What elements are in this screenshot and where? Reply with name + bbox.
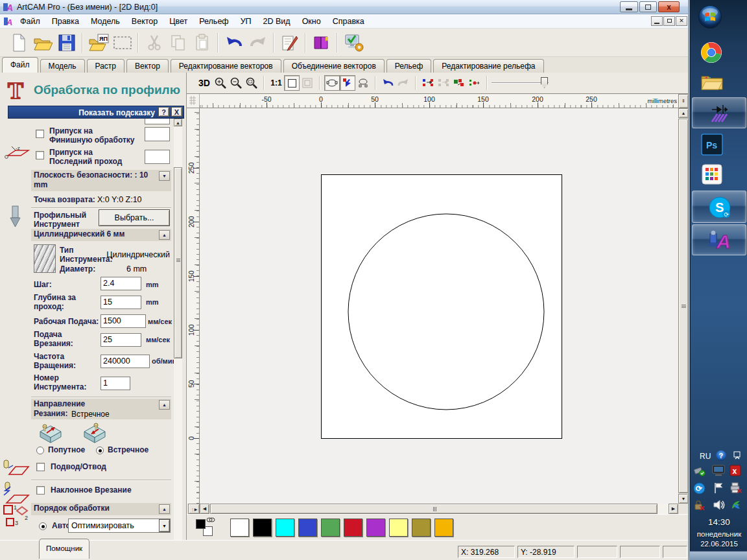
allowance-last-input[interactable] bbox=[145, 150, 170, 164]
select-vectors-button[interactable] bbox=[340, 75, 355, 91]
menu-relief[interactable]: Рельеф bbox=[193, 14, 234, 29]
security-tray-icon[interactable]: ✕ bbox=[693, 499, 706, 511]
display-tray-icon[interactable] bbox=[711, 464, 726, 477]
flag-tray-icon[interactable] bbox=[712, 482, 725, 495]
usb-tray-icon[interactable] bbox=[693, 465, 706, 477]
skype-app-button[interactable]: S⟳ bbox=[692, 191, 746, 223]
tab-relief[interactable]: Рельеф bbox=[386, 59, 432, 73]
zoom-out-button[interactable] bbox=[228, 75, 244, 91]
active-app-button-1[interactable] bbox=[692, 97, 746, 128]
snap-points-button[interactable] bbox=[420, 75, 436, 91]
feed-input[interactable]: 1500 bbox=[101, 314, 146, 328]
menu-model[interactable]: Модель bbox=[85, 14, 126, 29]
explorer-folder-icon[interactable] bbox=[700, 71, 724, 92]
chrome-icon[interactable] bbox=[700, 41, 722, 64]
tool-number-input[interactable]: 1 bbox=[101, 377, 130, 390]
palette-swatch[interactable] bbox=[298, 519, 317, 537]
view-slider-thumb[interactable] bbox=[541, 77, 548, 88]
tab-assistant[interactable]: Помощник bbox=[39, 539, 89, 559]
check-model-button[interactable] bbox=[341, 31, 365, 54]
transform-vectors-button[interactable] bbox=[355, 75, 371, 91]
snap-grid-button-disabled[interactable] bbox=[436, 75, 451, 91]
paste-button-disabled[interactable] bbox=[190, 31, 214, 54]
open-model-button[interactable] bbox=[30, 31, 54, 54]
palette-swatch[interactable] bbox=[434, 519, 453, 537]
menu-vector[interactable]: Вектор bbox=[126, 14, 163, 29]
frame-view-button-disabled[interactable] bbox=[300, 75, 315, 91]
volume-tray-icon[interactable] bbox=[713, 498, 726, 511]
v-scrollbar[interactable]: ▲ ▼ bbox=[678, 108, 689, 504]
menu-toolpaths[interactable]: УП bbox=[235, 14, 257, 29]
tab-vector-editing[interactable]: Редактирование векторов bbox=[171, 59, 281, 73]
undo-button[interactable] bbox=[222, 31, 246, 54]
help-tray-icon[interactable]: ? bbox=[715, 450, 727, 461]
leadmoves-checkbox[interactable] bbox=[36, 463, 45, 471]
office-grid-icon[interactable] bbox=[702, 164, 722, 185]
tab-file[interactable]: Файл bbox=[2, 57, 38, 73]
palette-swatch[interactable] bbox=[389, 519, 408, 537]
updown-tray-icon[interactable] bbox=[729, 498, 742, 511]
panel-scroll-up[interactable]: ▲ bbox=[174, 119, 182, 126]
sync-tray-icon[interactable]: ⟳ bbox=[693, 482, 706, 495]
redo-button-disabled[interactable] bbox=[246, 31, 270, 54]
step-input[interactable]: 2.4 bbox=[101, 277, 141, 290]
h-scrollbar[interactable]: ◀ ▶ bbox=[200, 504, 678, 514]
spindle-input[interactable]: 240000 bbox=[101, 355, 150, 368]
artcam-app-button[interactable]: A bbox=[692, 224, 746, 255]
undo-view-button[interactable] bbox=[380, 75, 396, 91]
hint-close-button[interactable]: X bbox=[171, 107, 182, 117]
copy-button-disabled[interactable] bbox=[166, 31, 190, 54]
palette-swatch[interactable] bbox=[321, 519, 340, 537]
zoom-1to1-button[interactable]: 1:1 bbox=[268, 75, 284, 91]
zoom-in-button[interactable] bbox=[213, 75, 228, 91]
restore-button[interactable] bbox=[639, 1, 657, 12]
direction-collapse-button[interactable]: ▲ bbox=[159, 400, 170, 410]
pan-mode-button[interactable]: ⋮▶ bbox=[188, 504, 200, 514]
tab-bitmap[interactable]: Растр bbox=[87, 59, 124, 73]
page-view-button[interactable] bbox=[284, 75, 300, 91]
help-book-button[interactable] bbox=[309, 31, 333, 54]
h-scroll-left[interactable]: ◀ bbox=[200, 504, 209, 514]
ruler-origin-button[interactable] bbox=[187, 94, 200, 108]
mdi-minimize-button[interactable] bbox=[651, 16, 663, 26]
node-edit-button[interactable] bbox=[324, 75, 340, 91]
show-desktop-button[interactable] bbox=[690, 551, 747, 560]
hint-help-button[interactable]: ? bbox=[158, 107, 169, 117]
link-colours-icon[interactable] bbox=[206, 517, 215, 523]
view-slider[interactable] bbox=[492, 76, 553, 89]
v-scroll-down[interactable]: ▼ bbox=[678, 494, 689, 504]
order-combobox-arrow[interactable]: ▼ bbox=[159, 519, 170, 532]
language-indicator[interactable]: RU bbox=[700, 452, 711, 461]
palette-swatch[interactable] bbox=[412, 519, 431, 537]
menu-2dview[interactable]: 2D Вид bbox=[257, 14, 296, 29]
mdi-restore-button[interactable] bbox=[663, 16, 675, 26]
save-model-button[interactable] bbox=[54, 31, 78, 54]
primary-colour[interactable] bbox=[196, 519, 206, 529]
minimize-button[interactable] bbox=[620, 1, 638, 12]
tab-relief-editing[interactable]: Редактирование рельефа bbox=[433, 59, 543, 73]
palette-swatch[interactable] bbox=[276, 519, 294, 537]
tab-vector-merging[interactable]: Объединение векторов bbox=[283, 59, 385, 73]
menu-window[interactable]: Окно bbox=[296, 14, 327, 29]
panel-scroll-thumb[interactable] bbox=[174, 167, 182, 358]
order-combobox[interactable]: Оптимизировать ▼ bbox=[68, 519, 171, 533]
plunge-input[interactable]: 25 bbox=[101, 333, 141, 347]
allowance-finish-input[interactable] bbox=[145, 127, 170, 141]
allowance-finish-checkbox[interactable] bbox=[36, 130, 44, 138]
menu-file[interactable]: Файл bbox=[14, 14, 46, 29]
cut-button-disabled[interactable] bbox=[142, 31, 166, 54]
printer-tray-icon[interactable]: ✕ bbox=[729, 482, 742, 494]
new-model-button[interactable] bbox=[6, 31, 30, 54]
ruler-units-button[interactable]: ⇕ bbox=[678, 94, 689, 108]
notes-button[interactable] bbox=[278, 31, 302, 54]
safe-plane-dropdown-button[interactable]: ▼ bbox=[159, 171, 170, 181]
v-scroll-thumb[interactable] bbox=[678, 119, 689, 493]
close-tray-icon[interactable]: x bbox=[729, 465, 741, 476]
redo-view-button-disabled[interactable] bbox=[396, 75, 411, 91]
vector-circle[interactable] bbox=[348, 214, 544, 410]
menu-edit[interactable]: Правка bbox=[46, 14, 85, 29]
tab-vector[interactable]: Вектор bbox=[126, 59, 169, 73]
select-tool-button[interactable]: Выбрать... bbox=[99, 209, 170, 226]
2d-view-canvas[interactable] bbox=[200, 108, 678, 504]
ramp-checkbox[interactable] bbox=[36, 486, 45, 495]
